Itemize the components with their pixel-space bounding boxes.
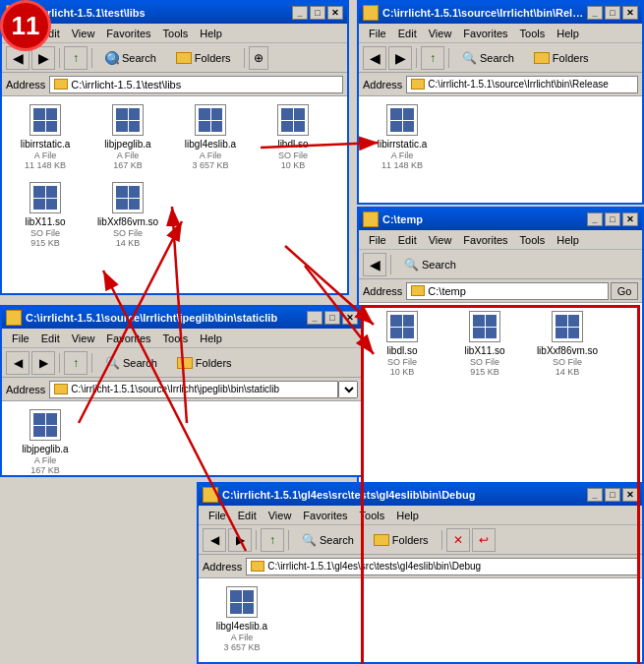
minimize-btn-5[interactable]: _ bbox=[587, 488, 603, 502]
sep-11 bbox=[441, 530, 442, 550]
menu-view-5[interactable]: View bbox=[263, 508, 298, 523]
file-item-libjpeglib-2[interactable]: libjpeglib.a A File 167 KB bbox=[6, 405, 85, 475]
file-item-libdl[interactable]: libdl.so SO File 10 KB bbox=[254, 100, 332, 174]
menu-edit-3[interactable]: Edit bbox=[392, 232, 423, 248]
file-type-libirrstatic: A File bbox=[34, 151, 57, 160]
folders-btn-4[interactable]: Folders bbox=[168, 351, 241, 375]
menu-tools-2[interactable]: Tools bbox=[514, 26, 552, 41]
close-btn-3[interactable]: ✕ bbox=[622, 212, 638, 226]
up-btn-5[interactable]: ↑ bbox=[261, 528, 284, 552]
file-icon-libgl4eslib-2 bbox=[226, 586, 258, 618]
back-btn-2[interactable]: ◀ bbox=[363, 46, 386, 70]
file-item-libx11-temp[interactable]: libX11.so SO File 915 KB bbox=[445, 307, 524, 381]
menu-edit-4[interactable]: Edit bbox=[35, 331, 66, 346]
forward-btn-4[interactable]: ▶ bbox=[31, 351, 55, 375]
address-input-3[interactable]: C:\temp bbox=[406, 282, 609, 300]
menu-help-4[interactable]: Help bbox=[194, 331, 228, 346]
file-item-libdl-temp[interactable]: libdl.so SO File 10 KB bbox=[363, 307, 441, 381]
menu-help-1[interactable]: Help bbox=[194, 26, 228, 41]
address-bar-2: Address C:\irrlicht-1.5.1\source\Irrlich… bbox=[359, 73, 642, 96]
window-controls-4: _ □ ✕ bbox=[307, 311, 358, 325]
menu-tools-1[interactable]: Tools bbox=[157, 26, 195, 41]
menu-file-5[interactable]: File bbox=[203, 508, 232, 523]
maximize-btn-4[interactable]: □ bbox=[324, 311, 340, 325]
menu-favorites-2[interactable]: Favorites bbox=[457, 26, 513, 41]
up-btn-4[interactable]: ↑ bbox=[64, 351, 88, 375]
search-btn-5[interactable]: 🔍 Search bbox=[293, 528, 363, 552]
up-btn-1[interactable]: ↑ bbox=[64, 46, 88, 70]
minimize-btn-1[interactable]: _ bbox=[292, 6, 308, 20]
close-btn-2[interactable]: ✕ bbox=[622, 6, 638, 20]
back-btn-3[interactable]: ◀ bbox=[363, 253, 386, 276]
file-item-libjpeglib[interactable]: libjpeglib.a A File 167 KB bbox=[88, 100, 167, 174]
up-btn-2[interactable]: ↑ bbox=[421, 46, 444, 70]
maximize-btn-2[interactable]: □ bbox=[605, 6, 620, 20]
address-label-3: Address bbox=[363, 285, 402, 297]
menu-view-1[interactable]: View bbox=[66, 26, 101, 41]
address-input-4[interactable]: C:\irrlicht-1.5.1\source\Irrlicht\jpegli… bbox=[49, 381, 338, 398]
menu-tools-4[interactable]: Tools bbox=[157, 331, 195, 346]
back-btn-5[interactable]: ◀ bbox=[203, 528, 226, 552]
content-area-1: libirrstatic.a A File 11 148 KB libjpegl… bbox=[2, 96, 347, 293]
content-area-4: libjpeglib.a A File 167 KB bbox=[2, 401, 362, 475]
menu-help-5[interactable]: Help bbox=[390, 508, 425, 523]
menu-help-2[interactable]: Help bbox=[551, 26, 585, 41]
folders-btn-1[interactable]: Folders bbox=[167, 46, 240, 70]
window-controls-3: _ □ ✕ bbox=[587, 212, 638, 226]
minimize-btn-4[interactable]: _ bbox=[307, 311, 322, 325]
forward-btn-5[interactable]: ▶ bbox=[228, 528, 252, 552]
file-item-libgl4eslib-2[interactable]: libgl4eslib.a A File 3 657 KB bbox=[203, 582, 281, 656]
folders-btn-5[interactable]: Folders bbox=[365, 528, 438, 552]
search-btn-2[interactable]: 🔍 Search bbox=[453, 46, 523, 70]
search-btn-1[interactable]: 🔍 Search bbox=[96, 46, 165, 70]
address-folder-icon-1 bbox=[54, 79, 68, 90]
file-item-libirrstatic[interactable]: libirrstatic.a A File 11 148 KB bbox=[6, 100, 85, 174]
file-icon-libx11 bbox=[29, 182, 61, 213]
menu-tools-5[interactable]: Tools bbox=[354, 508, 391, 523]
file-item-libx11[interactable]: libX11.so SO File 915 KB bbox=[6, 178, 85, 252]
address-dropdown-4[interactable] bbox=[338, 381, 358, 398]
file-item-libgl4eslib[interactable]: libgl4eslib.a A File 3 657 KB bbox=[171, 100, 250, 174]
close-btn-5[interactable]: ✕ bbox=[622, 488, 638, 502]
file-item-libirrstatic-2[interactable]: libirrstatic.a A File 11 148 KB bbox=[363, 100, 441, 174]
menu-file-2[interactable]: File bbox=[363, 26, 392, 41]
menu-file-4[interactable]: File bbox=[6, 331, 35, 346]
menu-tools-3[interactable]: Tools bbox=[514, 232, 552, 248]
menu-view-4[interactable]: View bbox=[66, 331, 101, 346]
folders-btn-2[interactable]: Folders bbox=[525, 46, 598, 70]
search-btn-4[interactable]: 🔍 Search bbox=[96, 351, 166, 375]
forward-btn-2[interactable]: ▶ bbox=[388, 46, 412, 70]
close-btn-1[interactable]: ✕ bbox=[327, 6, 343, 20]
back-btn-4[interactable]: ◀ bbox=[6, 351, 29, 375]
menu-edit-2[interactable]: Edit bbox=[392, 26, 423, 41]
minimize-btn-3[interactable]: _ bbox=[587, 212, 603, 226]
maximize-btn-3[interactable]: □ bbox=[605, 212, 620, 226]
address-input-5[interactable]: C:\irrlicht-1.5.1\gl4es\src\tests\gl4esl… bbox=[246, 558, 638, 575]
menu-favorites-4[interactable]: Favorites bbox=[100, 331, 156, 346]
toolbar-5: ◀ ▶ ↑ 🔍 Search Folders ✕ ↩ bbox=[199, 525, 642, 555]
menu-view-2[interactable]: View bbox=[423, 26, 458, 41]
go-btn-3[interactable]: Go bbox=[611, 282, 638, 300]
file-size-libjpeglib: 167 KB bbox=[113, 160, 143, 170]
delete-btn-5[interactable]: ✕ bbox=[446, 528, 470, 552]
history-btn-1[interactable]: ⊕ bbox=[249, 46, 268, 70]
menu-favorites-3[interactable]: Favorites bbox=[457, 232, 513, 248]
maximize-btn-1[interactable]: □ bbox=[310, 6, 325, 20]
close-btn-4[interactable]: ✕ bbox=[342, 311, 358, 325]
menu-edit-5[interactable]: Edit bbox=[232, 508, 263, 523]
address-input-2[interactable]: C:\irrlicht-1.5.1\source\Irrlicht\bin\Re… bbox=[406, 76, 638, 93]
undo-btn-5[interactable]: ↩ bbox=[472, 528, 496, 552]
menu-favorites-5[interactable]: Favorites bbox=[297, 508, 353, 523]
file-icon-libxxf86vm bbox=[112, 182, 144, 213]
minimize-btn-2[interactable]: _ bbox=[587, 6, 603, 20]
search-btn-3[interactable]: 🔍 Search bbox=[395, 253, 465, 276]
maximize-btn-5[interactable]: □ bbox=[605, 488, 620, 502]
menu-view-3[interactable]: View bbox=[423, 232, 458, 248]
file-type-libxxf86vm-temp: SO File bbox=[553, 357, 582, 367]
file-item-libxxf86vm-temp[interactable]: libXxf86vm.so SO File 14 KB bbox=[528, 307, 607, 381]
menu-favorites-1[interactable]: Favorites bbox=[100, 26, 156, 41]
menu-file-3[interactable]: File bbox=[363, 232, 392, 248]
address-input-1[interactable]: C:\irrlicht-1.5.1\test\libs bbox=[49, 76, 343, 93]
file-item-libxxf86vm[interactable]: libXxf86vm.so SO File 14 KB bbox=[88, 178, 167, 252]
menu-help-3[interactable]: Help bbox=[551, 232, 585, 248]
